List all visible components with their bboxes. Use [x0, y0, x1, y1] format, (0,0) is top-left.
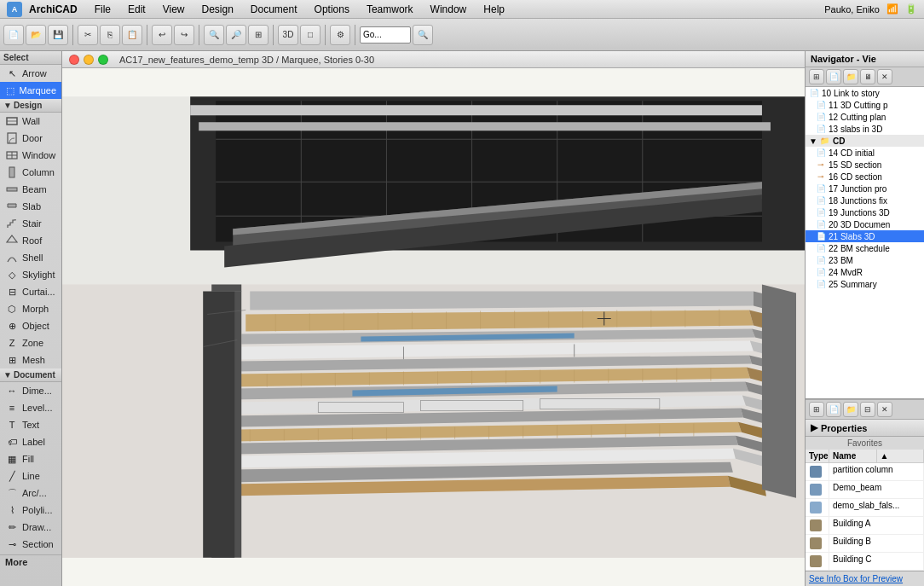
nav-btn-4[interactable]: 🖥 — [860, 69, 875, 84]
toolbox-level[interactable]: ≡ Level... — [0, 399, 61, 416]
nav-item-24[interactable]: 📄 24 MvdR — [806, 266, 924, 278]
toolbox-text[interactable]: T Text — [0, 416, 61, 433]
nav-item-11[interactable]: 📄 11 3D Cutting p — [806, 99, 924, 111]
window-min-btn[interactable] — [84, 55, 94, 65]
window-close-btn[interactable] — [69, 55, 79, 65]
nav-item-16[interactable]: ⊸ 16 CD section — [806, 171, 924, 183]
toolbox-arrow[interactable]: ↖ Arrow — [0, 65, 61, 82]
toolbox-window[interactable]: Window — [0, 147, 61, 164]
toolbar-settings[interactable]: ⚙ — [330, 25, 350, 45]
toolbox-curtain[interactable]: ⊟ Curtai... — [0, 283, 61, 300]
nav-item-17[interactable]: 📄 17 Junction pro — [806, 183, 924, 194]
props-row-1[interactable]: Demo_beam — [806, 481, 924, 499]
toolbox-design-label: Design — [14, 101, 42, 110]
toolbox-morph[interactable]: ⬡ Morph — [0, 300, 61, 317]
toolbox-more[interactable]: More — [0, 554, 61, 569]
menu-document[interactable]: Document — [247, 2, 301, 17]
toolbar-zoom-out[interactable]: 🔎 — [226, 25, 246, 45]
toolbar-paste[interactable]: 📋 — [122, 25, 142, 45]
nav-btn-1[interactable]: ⊞ — [809, 69, 824, 84]
nav-item-10[interactable]: 📄 10 Link to story — [806, 87, 924, 99]
toolbox-mesh[interactable]: ⊞ Mesh — [0, 351, 61, 368]
menu-design[interactable]: Design — [199, 2, 237, 17]
menu-teamwork[interactable]: Teamwork — [363, 2, 417, 17]
nav-item-12[interactable]: 📄 12 Cutting plan — [806, 111, 924, 123]
nav-item-23[interactable]: 📄 23 BM — [806, 254, 924, 266]
toolbox-beam[interactable]: Beam — [0, 181, 61, 198]
toolbox-dimension[interactable]: ↔ Dime... — [0, 382, 61, 399]
props-btn-1[interactable]: ⊞ — [809, 402, 824, 417]
toolbox-document-header[interactable]: ▼ Document — [0, 368, 61, 382]
toolbar-plan[interactable]: □ — [300, 25, 321, 45]
nav-item-25[interactable]: 📄 25 Summary — [806, 278, 924, 290]
toolbox-zone[interactable]: Z Zone — [0, 334, 61, 351]
toolbox-select-header[interactable]: Select — [0, 51, 61, 65]
nav-item-13[interactable]: 📄 13 slabs in 3D — [806, 123, 924, 135]
goto-input[interactable] — [360, 26, 411, 44]
toolbox-polyline[interactable]: ⌇ Polyli... — [0, 502, 61, 519]
nav-item-15[interactable]: ⊸ 15 SD section — [806, 159, 924, 171]
toolbar-zoom-in[interactable]: 🔍 — [204, 25, 224, 45]
toolbox-door[interactable]: Door — [0, 130, 61, 147]
toolbox-roof[interactable]: Roof — [0, 232, 61, 249]
toolbox-wall[interactable]: Wall — [0, 113, 61, 130]
props-row-2[interactable]: demo_slab_fals... — [806, 499, 924, 517]
props-btn-2[interactable]: 📄 — [826, 402, 841, 417]
menu-file[interactable]: File — [91, 2, 114, 17]
navigator-list[interactable]: 📄 10 Link to story 📄 11 3D Cutting p 📄 1… — [806, 87, 924, 398]
toolbar-redo[interactable]: ↪ — [174, 25, 194, 45]
viewport-canvas[interactable] — [62, 68, 805, 586]
nav-item-19[interactable]: 📄 19 Junctions 3D — [806, 206, 924, 218]
toolbox-design-header[interactable]: ▼ Design — [0, 99, 61, 113]
toolbar-3d[interactable]: 3D — [278, 25, 298, 45]
nav-btn-3[interactable]: 📁 — [843, 69, 858, 84]
toolbox-object[interactable]: ⊕ Object — [0, 317, 61, 334]
menu-options[interactable]: Options — [311, 2, 353, 17]
menu-edit[interactable]: Edit — [124, 2, 149, 17]
toolbar-save[interactable]: 💾 — [48, 25, 68, 45]
props-table[interactable]: Type Name ▲ partition column Demo_beam — [806, 450, 924, 571]
sort-icon[interactable]: ▲ — [877, 450, 925, 462]
toolbox-label[interactable]: 🏷 Label — [0, 433, 61, 450]
nav-item-21[interactable]: 📄 21 Slabs 3D — [806, 230, 924, 242]
toolbar-new[interactable]: 📄 — [3, 25, 24, 45]
viewport-titlebar: AC17_new_features_demo_temp 3D / Marquee… — [62, 51, 805, 68]
see-info-link[interactable]: See Info Box for Preview — [806, 571, 924, 586]
toolbox-shell[interactable]: Shell — [0, 249, 61, 266]
nav-item-14[interactable]: 📄 14 CD initial — [806, 147, 924, 159]
toolbox-skylight[interactable]: ◇ Skylight — [0, 266, 61, 283]
toolbox-line[interactable]: ╱ Line — [0, 467, 61, 484]
props-row-3[interactable]: Building A — [806, 517, 924, 535]
toolbox-section[interactable]: ⊸ Section — [0, 536, 61, 553]
props-btn-close[interactable]: ✕ — [877, 402, 892, 417]
nav-item-18[interactable]: 📄 18 Junctions fix — [806, 194, 924, 206]
props-btn-4[interactable]: ⊟ — [860, 402, 875, 417]
nav-btn-close[interactable]: ✕ — [877, 69, 892, 84]
svg-marker-108 — [762, 284, 796, 497]
toolbox-fill[interactable]: ▦ Fill — [0, 450, 61, 467]
toolbox-arc[interactable]: ⌒ Arc/... — [0, 484, 61, 502]
menu-view[interactable]: View — [159, 2, 188, 17]
toolbox-draw[interactable]: ✏ Draw... — [0, 519, 61, 536]
toolbox-stair[interactable]: Stair — [0, 215, 61, 232]
toolbar-fit[interactable]: ⊞ — [248, 25, 269, 45]
menu-help[interactable]: Help — [480, 2, 508, 17]
toolbox-column[interactable]: Column — [0, 164, 61, 181]
toolbar-copy[interactable]: ⎘ — [100, 25, 120, 45]
props-btn-3[interactable]: 📁 — [843, 402, 858, 417]
toolbox-slab[interactable]: Slab — [0, 198, 61, 215]
props-row-4[interactable]: Building B — [806, 535, 924, 553]
nav-item-22[interactable]: 📄 22 BM schedule — [806, 242, 924, 254]
props-row-0[interactable]: partition column — [806, 463, 924, 481]
nav-item-20[interactable]: 📄 20 3D Documen — [806, 218, 924, 230]
nav-btn-2[interactable]: 📄 — [826, 69, 841, 84]
toolbar-cut[interactable]: ✂ — [78, 25, 98, 45]
toolbar-open[interactable]: 📂 — [26, 25, 46, 45]
window-max-btn[interactable] — [98, 55, 108, 65]
nav-item-cd[interactable]: ▼ 📁 CD — [806, 135, 924, 147]
toolbar-undo[interactable]: ↩ — [152, 25, 172, 45]
toolbox-marquee[interactable]: ⬚ Marquee — [0, 82, 61, 99]
props-row-5[interactable]: Building C — [806, 553, 924, 571]
toolbar-search[interactable]: 🔍 — [413, 25, 433, 45]
menu-window[interactable]: Window — [427, 2, 471, 17]
